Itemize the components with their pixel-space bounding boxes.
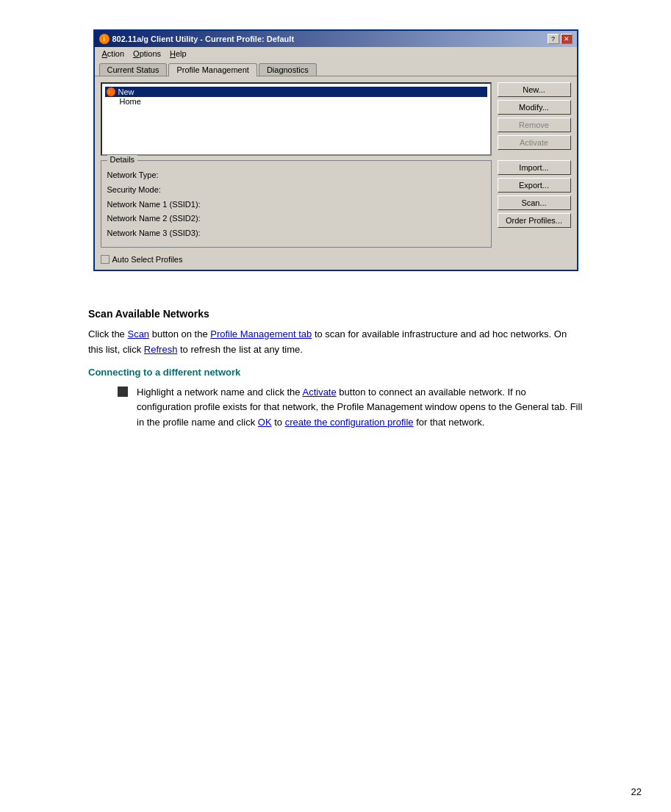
scan-link[interactable]: Scan	[127, 328, 149, 339]
menu-help[interactable]: Help	[165, 48, 191, 59]
modify-button[interactable]: Modify...	[498, 100, 571, 115]
scan-button[interactable]: Scan...	[498, 195, 571, 210]
tab-diagnostics[interactable]: Diagnostics	[259, 63, 317, 76]
auto-select-label: Auto Select Profiles	[112, 255, 183, 264]
field-network-type: Network Type:	[107, 168, 485, 183]
section1-heading: Scan Available Networks	[88, 308, 583, 320]
tab-current-status[interactable]: Current Status	[99, 63, 168, 76]
dialog-menubar: Action Options Help	[95, 47, 577, 60]
section1-body: Click the Scan button on the Profile Man…	[88, 327, 583, 358]
title-left: i 802.11a/g Client Utility - Current Pro…	[99, 34, 295, 44]
activate-link[interactable]: Activate	[302, 387, 336, 398]
ok-link[interactable]: OK	[258, 417, 272, 428]
dialog-body: New Home Details Network Type: Security …	[95, 76, 577, 270]
remove-button[interactable]: Remove	[498, 118, 571, 132]
details-content: Network Type: Security Mode: Network Nam…	[107, 168, 485, 241]
field-ssid3: Network Name 3 (SSID3):	[107, 226, 485, 241]
auto-select-checkbox[interactable]	[101, 255, 110, 264]
section1-text-before-scan: Click the	[88, 328, 127, 339]
profile-management-tab-link[interactable]: Profile Management tab	[210, 328, 312, 339]
help-button[interactable]: ?	[548, 34, 559, 44]
profile-icon	[107, 87, 115, 96]
bullet-icon	[118, 387, 128, 397]
bullet-section: Highlight a network name and click the A…	[88, 385, 583, 431]
app-icon: i	[99, 34, 110, 44]
button-column: New... Modify... Remove Activate Import.…	[498, 82, 571, 264]
dialog-title: 802.11a/g Client Utility - Current Profi…	[112, 35, 295, 43]
profile-item-home[interactable]: Home	[105, 97, 487, 106]
field-ssid2: Network Name 2 (SSID2):	[107, 212, 485, 226]
bullet1-before-activate: Highlight a network name and click the	[137, 387, 302, 398]
import-button[interactable]: Import...	[498, 160, 571, 175]
section1-text-middle: button on the	[149, 328, 210, 339]
new-button[interactable]: New...	[498, 82, 571, 97]
export-button[interactable]: Export...	[498, 178, 571, 193]
bullet1-end: for that network.	[414, 417, 485, 428]
activate-button[interactable]: Activate	[498, 135, 571, 150]
close-button[interactable]: ✕	[561, 34, 573, 44]
profile-list-box[interactable]: New Home	[101, 82, 492, 156]
profile-list-area: New Home Details Network Type: Security …	[101, 82, 492, 264]
page-number: 22	[631, 786, 642, 797]
section1-text-end: to refresh the list at any time.	[177, 344, 303, 355]
menu-options[interactable]: Options	[129, 48, 165, 59]
dialog-titlebar: i 802.11a/g Client Utility - Current Pro…	[95, 31, 577, 47]
order-profiles-button[interactable]: Order Profiles...	[498, 213, 571, 228]
details-group: Details Network Type: Security Mode: Net…	[101, 160, 492, 248]
menu-action[interactable]: Action	[98, 48, 129, 59]
refresh-link[interactable]: Refresh	[144, 344, 178, 355]
dialog-tabs: Current Status Profile Management Diagno…	[95, 60, 577, 76]
dialog-screenshot: i 802.11a/g Client Utility - Current Pro…	[93, 29, 578, 271]
field-ssid1: Network Name 1 (SSID1):	[107, 198, 485, 212]
tab-profile-management[interactable]: Profile Management	[168, 63, 256, 76]
profile-item-new[interactable]: New	[105, 87, 487, 97]
field-security-mode: Security Mode:	[107, 183, 485, 198]
dialog-controls: ? ✕	[548, 34, 573, 44]
btn-spacer	[498, 153, 571, 157]
details-legend: Details	[107, 155, 138, 164]
xp-dialog: i 802.11a/g Client Utility - Current Pro…	[93, 29, 578, 271]
bullet1-middle2: to	[272, 417, 285, 428]
doc-section1: Scan Available Networks Click the Scan b…	[44, 293, 627, 431]
bullet-text-1: Highlight a network name and click the A…	[137, 385, 583, 431]
bullet-item-1: Highlight a network name and click the A…	[118, 385, 583, 431]
create-config-link[interactable]: create the configuration profile	[285, 417, 414, 428]
auto-select-row: Auto Select Profiles	[101, 255, 492, 264]
profile-name-new: New	[118, 87, 134, 96]
section2-heading: Connecting to a different network	[88, 367, 583, 378]
